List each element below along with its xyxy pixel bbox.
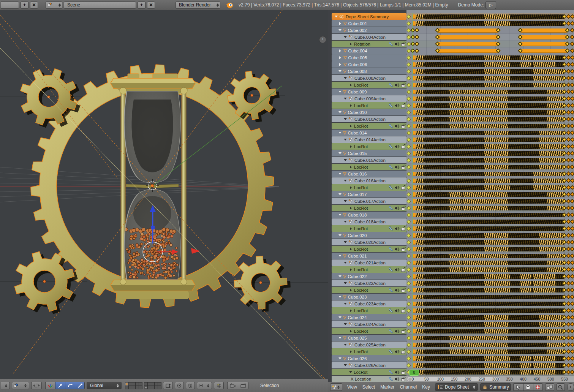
channel-cube-022action[interactable]: Cube.022Action xyxy=(332,280,406,286)
expand-toggle[interactable] xyxy=(338,152,342,156)
keyframe-diamond[interactable] xyxy=(570,35,574,40)
keyframe-band[interactable] xyxy=(416,302,424,306)
mute-speaker-icon[interactable] xyxy=(395,42,400,46)
keyframe-row-locrot[interactable] xyxy=(406,123,574,130)
expand-toggle[interactable] xyxy=(350,309,353,312)
modifier-wrench-icon[interactable] xyxy=(389,288,394,292)
keyframe-band[interactable] xyxy=(416,226,424,231)
channel-cube-020[interactable]: ▽Cube.020 xyxy=(332,232,406,239)
lock-icon[interactable] xyxy=(401,308,405,313)
opengl-render-button[interactable] xyxy=(227,382,238,389)
modifier-wrench-icon[interactable] xyxy=(389,205,394,210)
keyframe-diamond[interactable] xyxy=(570,329,574,334)
keyframe-band[interactable] xyxy=(547,96,564,101)
channel-locrot[interactable]: LocRot xyxy=(332,287,406,293)
keyframe-band[interactable] xyxy=(520,42,568,46)
keyframe-band[interactable] xyxy=(416,14,424,19)
keyframe-row-locrot[interactable] xyxy=(406,102,574,109)
keyframe-band[interactable] xyxy=(416,288,424,292)
keyframe-band[interactable] xyxy=(484,14,510,19)
keyframe-row-cube-024[interactable] xyxy=(406,314,574,321)
keyframe-diamond[interactable] xyxy=(570,294,574,299)
modifier-wrench-icon[interactable] xyxy=(389,329,394,334)
expand-toggle[interactable] xyxy=(344,77,347,81)
keyframe-band[interactable] xyxy=(416,363,424,368)
keyframe-diamond[interactable] xyxy=(570,349,574,354)
channel-cube-024action[interactable]: Cube.024Action xyxy=(332,321,406,327)
keyframe-diamond[interactable] xyxy=(570,185,574,190)
expand-toggle[interactable] xyxy=(338,111,342,115)
modifier-wrench-icon[interactable] xyxy=(389,376,394,381)
keyframe-row-locrot[interactable] xyxy=(406,348,574,355)
summary-toggle[interactable]: Summary xyxy=(480,383,511,391)
keyframe-band[interactable] xyxy=(539,247,564,251)
keyframe-band[interactable] xyxy=(547,261,564,265)
menu-marker[interactable]: Marker xyxy=(378,384,397,390)
keyframe-band[interactable] xyxy=(416,165,424,169)
channel-cube-026action[interactable]: Cube.026Action xyxy=(332,362,406,368)
expand-toggle[interactable] xyxy=(350,207,353,210)
keyframe-band[interactable] xyxy=(416,322,424,327)
keyframe-row-locrot[interactable] xyxy=(406,164,574,171)
opengl-animation-button[interactable] xyxy=(238,382,248,389)
keyframe-band[interactable] xyxy=(416,62,424,67)
keyframe-band[interactable] xyxy=(539,329,564,334)
modifier-wrench-icon[interactable] xyxy=(389,349,394,354)
keyframe-diamond[interactable] xyxy=(570,62,574,67)
expand-toggle[interactable] xyxy=(350,350,353,353)
add-filter-button[interactable]: + xyxy=(567,383,574,391)
lock-icon[interactable] xyxy=(401,144,405,149)
expand-toggle[interactable] xyxy=(344,323,347,327)
channel-cube-001[interactable]: ▽Cube.001 xyxy=(332,20,406,27)
keyframe-band[interactable] xyxy=(424,295,564,299)
channel-locrot[interactable]: LocRot xyxy=(332,369,406,375)
keyframe-band[interactable] xyxy=(547,349,564,354)
keyframe-diamond[interactable] xyxy=(570,288,574,292)
modifier-wrench-icon[interactable] xyxy=(389,308,394,313)
keyframe-row-cube-023[interactable] xyxy=(406,294,574,300)
keyframe-row-cube-026[interactable] xyxy=(406,355,574,362)
keyframe-diamond[interactable] xyxy=(570,274,574,279)
keyframe-band[interactable] xyxy=(463,261,508,265)
keyframe-band[interactable] xyxy=(484,62,510,67)
keyframe-band[interactable] xyxy=(438,49,498,53)
keyframe-diamond[interactable] xyxy=(414,28,419,33)
scene-stepper[interactable] xyxy=(59,2,61,8)
expand-toggle[interactable] xyxy=(335,16,338,19)
expand-toggle[interactable] xyxy=(338,234,342,238)
keyframe-row-cube-014action[interactable] xyxy=(406,136,574,143)
keyframe-band[interactable] xyxy=(484,315,509,320)
channel-cube-016action[interactable]: Cube.016Action xyxy=(332,177,406,184)
keyframe-row-locrot[interactable] xyxy=(406,82,574,89)
channel-cube-009[interactable]: ▽Cube.009 xyxy=(332,89,406,95)
keyframe-row-locrot[interactable] xyxy=(406,246,574,253)
keyframe-diamond[interactable] xyxy=(570,14,574,19)
keyframe-row-cube-025action[interactable] xyxy=(406,341,574,348)
keyframe-band[interactable] xyxy=(484,165,509,169)
keyframe-band[interactable] xyxy=(416,110,424,115)
keyframe-band[interactable] xyxy=(520,49,568,53)
keyframe-diamond[interactable] xyxy=(570,260,574,265)
keyframe-band[interactable] xyxy=(539,138,564,142)
expand-toggle[interactable] xyxy=(338,173,342,176)
keyframe-band[interactable] xyxy=(416,96,424,101)
keyframe-diamond[interactable] xyxy=(570,247,574,251)
keyframe-band[interactable] xyxy=(533,76,564,81)
keyframe-band[interactable] xyxy=(449,110,462,115)
mute-speaker-icon[interactable] xyxy=(395,329,400,334)
keyframe-band[interactable] xyxy=(484,274,510,279)
keyframe-band[interactable] xyxy=(484,281,510,286)
channel-cube-023action[interactable]: Cube.023Action xyxy=(332,300,406,307)
keyframe-band[interactable] xyxy=(533,356,556,361)
keyframe-band[interactable] xyxy=(463,117,508,122)
keyframe-band[interactable] xyxy=(416,90,424,94)
region-expand-button[interactable]: + xyxy=(319,36,326,43)
keyframe-band[interactable] xyxy=(424,213,564,217)
scene-name-field[interactable]: Scene xyxy=(64,2,136,9)
keyframe-band[interactable] xyxy=(416,220,424,224)
keyframe-band[interactable] xyxy=(449,124,462,128)
keyframe-band[interactable] xyxy=(416,281,424,286)
close-screen-button[interactable]: ✕ xyxy=(30,2,38,9)
keyframe-band[interactable] xyxy=(463,206,508,210)
channel-cube-004[interactable]: ▽Cube.004 xyxy=(332,47,406,54)
